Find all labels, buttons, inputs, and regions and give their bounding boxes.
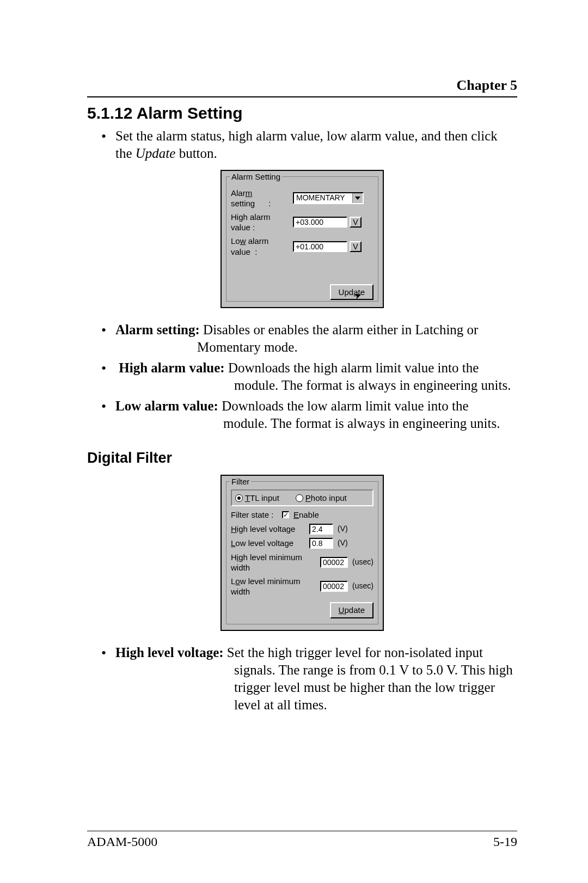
radio-unchecked-icon xyxy=(296,494,303,502)
llmw-input[interactable]: 00002 xyxy=(320,581,348,592)
llmw-row: Low level minimum width 00002 (usec) xyxy=(231,576,373,597)
low-alarm-input[interactable]: +01.000 xyxy=(293,241,347,252)
llv-unit: (V) xyxy=(338,538,348,548)
hlv-input[interactable]: 2.4 xyxy=(309,524,333,535)
hlv-label: High level voltage xyxy=(231,524,307,534)
page-footer: ADAM-5000 5-19 xyxy=(87,825,517,850)
def-cont: signals. The range is from 0.1 V to 5.0 … xyxy=(115,661,517,714)
alarm-group-title: Alarm Setting xyxy=(230,171,282,182)
alarm-group: Alarm Setting Alarm setting : MOMENTARY … xyxy=(226,176,378,302)
alarm-setting-row: Alarm setting : MOMENTARY xyxy=(231,188,373,209)
filter-enable-label: Enable xyxy=(293,510,319,520)
hlv-row: High level voltage 2.4 (V) xyxy=(231,524,373,535)
ttl-radio[interactable]: TTL input xyxy=(235,493,279,503)
hlmw-input[interactable]: 00002 xyxy=(320,557,348,568)
def-high-level-voltage: High level voltage: Set the high trigger… xyxy=(87,644,517,714)
def-term: Low alarm value: xyxy=(115,398,218,413)
filter-radio-row: TTL input Photo input xyxy=(231,489,373,506)
filter-button-row: Update xyxy=(231,602,373,618)
def-cont: Momentary mode. xyxy=(115,339,517,356)
def-term: High level voltage: xyxy=(115,645,224,660)
alarm-setting-value: MOMENTARY xyxy=(294,193,352,203)
update-button[interactable]: Update ➤ xyxy=(330,284,373,300)
hlmw-row: High level minimum width 00002 (usec) xyxy=(231,552,373,573)
photo-radio-label: Photo input xyxy=(305,493,347,503)
def-first: Disables or enables the alarm either in … xyxy=(200,322,479,337)
low-alarm-unit: V xyxy=(350,241,362,252)
section-title: 5.1.12 Alarm Setting xyxy=(87,103,517,124)
llmw-unit: (usec) xyxy=(352,581,373,591)
dropdown-arrow-icon[interactable] xyxy=(352,193,363,203)
filter-group-title: Filter xyxy=(230,476,251,487)
llmw-label: Low level minimum width xyxy=(231,576,318,597)
footer-rule xyxy=(87,831,517,831)
filter-definitions: High level voltage: Set the high trigger… xyxy=(87,644,517,714)
llv-label: Low level voltage xyxy=(231,538,307,548)
footer-right: 5-19 xyxy=(493,833,517,850)
alarm-button-row: Update ➤ xyxy=(231,284,373,300)
high-alarm-label: High alarm value : xyxy=(231,212,291,232)
ttl-radio-label: TTL input xyxy=(245,493,279,503)
document-page: Chapter 5 5.1.12 Alarm Setting Set the a… xyxy=(0,0,588,883)
high-alarm-input[interactable]: +03.000 xyxy=(293,217,347,228)
intro-bullet: Set the alarm status, high alarm value, … xyxy=(87,127,517,162)
low-alarm-row: Low alarm value : +01.000 V xyxy=(231,236,373,256)
def-first: Downloads the low alarm limit value into… xyxy=(218,398,469,413)
def-high-alarm: High alarm value: Downloads the high ala… xyxy=(87,359,517,394)
intro-text-italic: Update xyxy=(136,146,176,161)
radio-checked-icon xyxy=(235,494,243,502)
llv-row: Low level voltage 0.8 (V) xyxy=(231,538,373,549)
def-first: Set the high trigger level for non-isola… xyxy=(224,645,483,660)
filter-state-label: Filter state : xyxy=(231,510,280,520)
def-alarm-setting: Alarm setting: Disables or enables the a… xyxy=(87,321,517,356)
low-alarm-label: Low alarm value : xyxy=(231,236,291,256)
hlmw-unit: (usec) xyxy=(352,557,373,567)
hlv-unit: (V) xyxy=(338,524,348,534)
filter-enable-checkbox[interactable]: ✓ xyxy=(282,511,289,518)
filter-dialog: Filter TTL input Photo input Filter stat… xyxy=(220,475,384,630)
filter-update-button[interactable]: Update xyxy=(330,602,373,618)
header-rule xyxy=(87,96,517,97)
def-cont: module. The format is always in engineer… xyxy=(115,415,517,432)
high-alarm-unit: V xyxy=(350,217,362,228)
def-term: Alarm setting: xyxy=(115,322,200,337)
chevron-down-icon xyxy=(355,197,360,200)
hlmw-label: High level minimum width xyxy=(231,552,318,573)
intro-list: Set the alarm status, high alarm value, … xyxy=(87,127,517,162)
def-first: Downloads the high alarm limit value int… xyxy=(225,360,479,375)
high-alarm-row: High alarm value : +03.000 V xyxy=(231,212,373,232)
digital-filter-heading: Digital Filter xyxy=(87,449,517,468)
photo-radio[interactable]: Photo input xyxy=(296,493,347,503)
alarm-setting-label: Alarm setting : xyxy=(231,188,291,209)
def-term: High alarm value: xyxy=(119,360,224,375)
alarm-definitions: Alarm setting: Disables or enables the a… xyxy=(87,321,517,432)
intro-text-post: button. xyxy=(175,146,217,161)
chapter-header: Chapter 5 xyxy=(87,76,517,94)
def-cont: module. The format is always in engineer… xyxy=(115,377,517,394)
llv-input[interactable]: 0.8 xyxy=(309,538,333,549)
filter-state-row: Filter state : ✓ Enable xyxy=(231,510,373,520)
alarm-setting-dialog: Alarm Setting Alarm setting : MOMENTARY … xyxy=(220,170,384,308)
footer-left: ADAM-5000 xyxy=(87,833,157,850)
filter-group: Filter TTL input Photo input Filter stat… xyxy=(226,481,378,624)
def-low-alarm: Low alarm value: Downloads the low alarm… xyxy=(87,397,517,432)
alarm-setting-select[interactable]: MOMENTARY xyxy=(293,192,364,204)
